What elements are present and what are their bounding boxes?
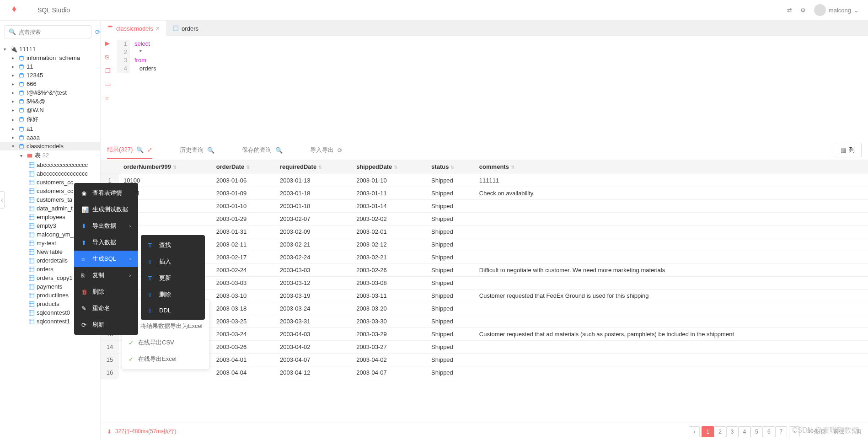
page-button[interactable]: 7 (775, 426, 788, 437)
cell[interactable]: 2003-03-24 (275, 302, 352, 315)
cell[interactable] (475, 366, 868, 379)
tree-table[interactable]: abccccccccccccccc (0, 161, 100, 169)
history-tab[interactable]: 历史查询🔍 (180, 141, 214, 159)
tree-db[interactable]: ▸a1 (0, 124, 100, 133)
tree-db[interactable]: ▸aaaa (0, 133, 100, 142)
cell[interactable]: Shipped (427, 174, 475, 187)
cell[interactable]: 2003-04-07 (352, 366, 427, 379)
cell[interactable]: Shipped (427, 200, 475, 213)
ctx-sql-update[interactable]: T更新 (141, 270, 205, 286)
page-button[interactable]: 1 (702, 426, 714, 437)
column-header[interactable]: orderNumber999⇅ (119, 160, 212, 174)
results-tab[interactable]: 结果(327)🔍⤢ (107, 141, 152, 159)
cell[interactable]: 2003-03-10 (212, 290, 275, 302)
lang-icon[interactable]: ⇄ (787, 7, 792, 14)
cell[interactable]: Customer requested that FedEx Ground is … (475, 290, 868, 302)
cell[interactable]: 2003-01-18 (275, 187, 352, 200)
settings-icon[interactable]: ⚙ (800, 7, 806, 14)
ctx-sql-insert[interactable]: T插入 (141, 253, 205, 270)
table-row[interactable]: 1101002003-01-062003-01-132003-01-10Ship… (101, 174, 868, 187)
cell[interactable] (475, 225, 868, 238)
refresh-icon[interactable]: ⟳ (338, 147, 343, 154)
cell[interactable]: Difficult to negotiate with customer. We… (475, 264, 868, 277)
cell[interactable]: 111111 (475, 174, 868, 187)
tree-tables-folder[interactable]: ▾表 32 (0, 150, 100, 161)
cell[interactable]: 2003-02-11 (212, 238, 275, 251)
table-row[interactable]: 41032003-01-292003-02-072003-02-02Shippe… (101, 213, 868, 225)
format-icon[interactable]: ⎘ (105, 54, 113, 61)
cell[interactable]: 2003-01-18 (275, 200, 352, 213)
table-row[interactable]: 122003-03-252003-03-312003-03-30Shipped (101, 315, 868, 328)
cell[interactable] (475, 302, 868, 315)
tree-db[interactable]: ▸@W.N (0, 106, 100, 114)
list-icon[interactable]: ≡ (105, 95, 113, 102)
cell[interactable]: Shipped (427, 225, 475, 238)
page-button[interactable]: 3 (726, 426, 739, 437)
table-row[interactable]: 142003-03-262003-04-022003-03-27Shipped (101, 341, 868, 354)
column-header[interactable]: requiredDate⇅ (275, 160, 352, 174)
column-header[interactable]: orderDate⇅ (212, 160, 275, 174)
cell[interactable]: Check on availability. (475, 187, 868, 200)
cell[interactable] (475, 315, 868, 328)
cell[interactable]: 2003-01-13 (275, 174, 352, 187)
cell[interactable]: 2003-04-04 (212, 366, 275, 379)
export-online-excel[interactable]: ✓在线导出Excel (122, 351, 209, 367)
save-icon[interactable]: ❐ (105, 67, 113, 75)
cell[interactable]: 2003-03-30 (352, 315, 427, 328)
table-row[interactable]: 132003-03-242003-04-032003-03-29ShippedC… (101, 328, 868, 341)
cell[interactable]: 2003-03-11 (352, 290, 427, 302)
cell[interactable]: Shipped (427, 366, 475, 379)
table-row[interactable]: 61052003-02-112003-02-212003-02-12Shippe… (101, 238, 868, 251)
cell[interactable]: 2003-04-01 (212, 354, 275, 366)
cell[interactable]: 2003-04-12 (275, 366, 352, 379)
cell[interactable]: 2003-02-01 (352, 225, 427, 238)
prev-page[interactable]: ‹ (689, 426, 700, 437)
tree-db[interactable]: ▸你好 (0, 114, 100, 124)
column-header[interactable]: comments⇅ (475, 160, 868, 174)
download-icon[interactable]: ⬇ (107, 429, 112, 435)
cell[interactable] (475, 277, 868, 290)
tree-db[interactable]: ▾classicmodels (0, 142, 100, 150)
ctx-sql-find[interactable]: T查找 (141, 237, 205, 253)
expand-icon[interactable]: ⤢ (147, 146, 152, 153)
result-table-wrap[interactable]: orderNumber999⇅orderDate⇅requiredDate⇅sh… (101, 160, 868, 423)
ctx-refresh[interactable]: ⟳刷新 (74, 317, 138, 333)
cell[interactable]: Shipped (427, 277, 475, 290)
ctx-gen-test[interactable]: 📊生成测试数据 (74, 201, 138, 218)
page-button[interactable]: 2 (714, 426, 726, 437)
cell[interactable]: 2003-03-03 (275, 264, 352, 277)
cell[interactable]: 2003-02-02 (352, 213, 427, 225)
tree-db[interactable]: ▸!@#$%^&*(test (0, 88, 100, 97)
cell[interactable]: 2003-03-18 (212, 302, 275, 315)
import-export-tab[interactable]: 导入导出⟳ (310, 141, 343, 159)
ctx-delete[interactable]: 🗑删除 (74, 284, 138, 300)
tree-db[interactable]: ▸information_schema (0, 54, 100, 62)
cell[interactable]: 2003-04-02 (275, 341, 352, 354)
tree-table[interactable]: abccccccccccccccc (0, 169, 100, 178)
cell[interactable]: Shipped (427, 251, 475, 264)
column-header[interactable]: shippedDate⇅ (352, 160, 427, 174)
ctx-view-detail[interactable]: ◉查看表详情 (74, 185, 138, 201)
search-icon[interactable]: 🔍 (136, 146, 144, 153)
cell[interactable] (475, 354, 868, 366)
cell[interactable]: Shipped (427, 213, 475, 225)
cell[interactable]: 2003-02-26 (352, 264, 427, 277)
cell[interactable]: Shipped (427, 315, 475, 328)
ctx-copy[interactable]: ⎘复制› (74, 267, 138, 284)
cell[interactable]: 2003-02-21 (352, 251, 427, 264)
cell[interactable]: 2003-03-31 (275, 315, 352, 328)
cell[interactable]: 2003-02-24 (275, 251, 352, 264)
cell[interactable]: Shipped (427, 187, 475, 200)
export-online-csv[interactable]: ✓在线导出CSV (122, 334, 209, 351)
ctx-sql-delete[interactable]: T删除 (141, 286, 205, 303)
table-row[interactable]: 31022003-01-102003-01-182003-01-14Shippe… (101, 200, 868, 213)
cell[interactable]: 2003-02-07 (275, 213, 352, 225)
tree-db[interactable]: ▸11 (0, 62, 100, 71)
cell[interactable] (475, 238, 868, 251)
cell[interactable]: 2003-01-14 (352, 200, 427, 213)
table-row[interactable]: 82003-02-242003-03-032003-02-26ShippedDi… (101, 264, 868, 277)
run-icon[interactable]: ▶ (105, 40, 113, 47)
cell[interactable]: 2003-02-24 (212, 264, 275, 277)
cell[interactable] (475, 341, 868, 354)
table-row[interactable]: 71062003-02-172003-02-242003-02-21Shippe… (101, 251, 868, 264)
